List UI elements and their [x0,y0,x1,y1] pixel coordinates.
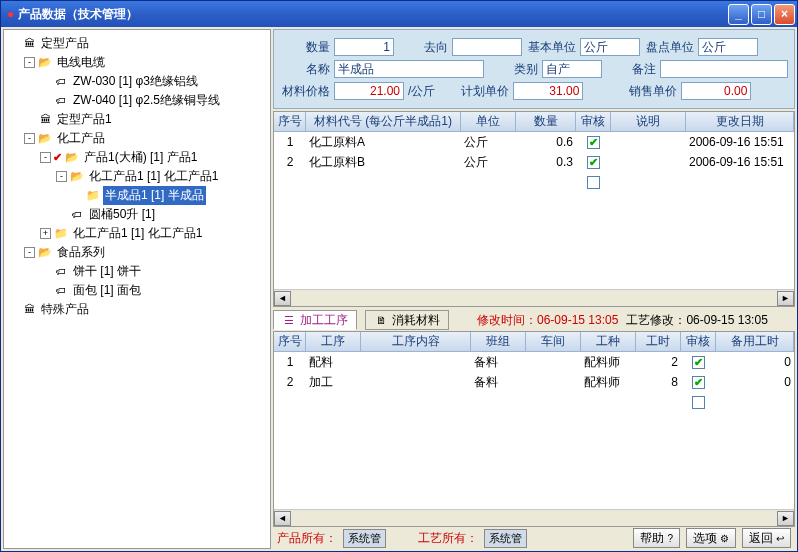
back-button[interactable]: 返回↩ [742,528,791,548]
materials-grid[interactable]: 序号 材料代号 (每公斤半成品1) 单位 数量 审核 说明 更改日期 1化工原料… [273,111,795,307]
col-seq2[interactable]: 序号 [274,332,306,351]
minimize-button[interactable]: _ [728,4,749,25]
checkbox[interactable]: ✔ [587,156,600,169]
close-button[interactable]: × [774,4,795,25]
tree-zw040[interactable]: ZW-040 [1] φ2.5绝缘铜导线 [71,91,222,110]
name-input[interactable]: 半成品 [334,60,484,78]
collapse-icon[interactable]: - [56,171,67,182]
tree-semi1-selected[interactable]: 半成品1 [1] 半成品 [103,186,206,205]
leaf-icon [69,208,85,222]
col-audit[interactable]: 审核 [576,112,611,131]
name-label: 名称 [280,61,330,78]
col-date[interactable]: 更改日期 [686,112,794,131]
tree-food[interactable]: 食品系列 [55,243,107,262]
building-icon [21,303,37,317]
tree-bread[interactable]: 面包 [1] 面包 [71,281,143,300]
table-row[interactable]: 1化工原料A公斤0.6✔2006-09-16 15:51 [274,132,794,152]
table-row[interactable]: 2加工备料配料师8✔0 [274,372,794,392]
help-button[interactable]: 帮助? [633,528,680,548]
scroll-right-icon[interactable]: ► [777,291,794,306]
col-seq[interactable]: 序号 [274,112,306,131]
hscrollbar[interactable]: ◄ ► [274,509,794,526]
table-row[interactable]: 2化工原料B公斤0.3✔2006-09-16 15:51 [274,152,794,172]
tree-chem[interactable]: 化工产品 [55,129,107,148]
tree-fixed1[interactable]: 定型产品1 [55,110,114,129]
tree-root-special[interactable]: 特殊产品 [39,300,91,319]
table-row-empty[interactable] [274,392,794,412]
col-content[interactable]: 工序内容 [361,332,471,351]
leaf-icon [53,75,69,89]
folder-icon [85,189,101,203]
col-team[interactable]: 班组 [471,332,526,351]
table-row-empty[interactable] [274,172,794,192]
col-spare[interactable]: 备用工时 [716,332,794,351]
baseunit-label: 基本单位 [526,39,576,56]
cat-label: 类别 [488,61,538,78]
tree-zw030[interactable]: ZW-030 [1] φ3绝缘铝线 [71,72,200,91]
product-tree[interactable]: 定型产品 -电线电缆 ZW-030 [1] φ3绝缘铝线 ZW-040 [1] … [3,29,271,549]
dir-input[interactable] [452,38,522,56]
planprice-label: 计划单价 [459,83,509,100]
tab-process[interactable]: ☰加工工序 [273,310,357,330]
scroll-right-icon[interactable]: ► [777,511,794,526]
collapse-icon[interactable]: - [24,133,35,144]
planprice-value: 31.00 [513,82,583,100]
app-icon: ● [7,7,14,21]
collapse-icon[interactable]: - [24,247,35,258]
col-qty[interactable]: 数量 [516,112,576,131]
list-icon: ☰ [282,313,296,327]
process-grid[interactable]: 序号 工序 工序内容 班组 车间 工种 工时 审核 备用工时 1配料备料配料师2… [273,331,795,527]
tree-biscuit[interactable]: 饼干 [1] 饼干 [71,262,143,281]
tree-root-fixed[interactable]: 定型产品 [39,34,91,53]
qty-input[interactable]: 1 [334,38,394,56]
help-icon: ? [667,533,673,544]
collapse-icon[interactable]: - [24,57,35,68]
checkbox[interactable] [587,176,600,189]
table-row[interactable]: 1配料备料配料师2✔0 [274,352,794,372]
tab-materials[interactable]: 🗎消耗材料 [365,310,449,330]
folder-open-icon [37,56,53,70]
checkbox[interactable]: ✔ [692,356,705,369]
building-icon [21,37,37,51]
col-unit[interactable]: 单位 [461,112,516,131]
checkbox[interactable] [692,396,705,409]
col-code[interactable]: 材料代号 (每公斤半成品1) [306,112,461,131]
col-shop[interactable]: 车间 [526,332,581,351]
leaf-icon [53,94,69,108]
tree-chem1b[interactable]: 化工产品1 [1] 化工产品1 [71,224,204,243]
scroll-left-icon[interactable]: ◄ [274,291,291,306]
back-icon: ↩ [776,533,784,544]
invunit-input[interactable]: 公斤 [698,38,758,56]
titlebar: ● 产品数据（技术管理） _ □ × [1,1,797,27]
window-title: 产品数据（技术管理） [18,6,728,23]
rev-time: 工艺修改：06-09-15 13:05 [626,312,767,329]
checkbox[interactable]: ✔ [692,376,705,389]
tree-cable[interactable]: 电线电缆 [55,53,107,72]
options-button[interactable]: 选项⚙ [686,528,736,548]
hscrollbar[interactable]: ◄ ► [274,289,794,306]
folder-icon [53,227,69,241]
baseunit-input[interactable]: 公斤 [580,38,640,56]
invunit-label: 盘点单位 [644,39,694,56]
note-input[interactable] [660,60,788,78]
expand-icon[interactable]: + [40,228,51,239]
tree-chem1[interactable]: 化工产品1 [1] 化工产品1 [87,167,220,186]
prod-owner-chip[interactable]: 系统管 [343,529,386,548]
maximize-button[interactable]: □ [751,4,772,25]
proc-owner-label: 工艺所有： [418,530,478,547]
qty-label: 数量 [280,39,330,56]
tree-barrel[interactable]: 圆桶50升 [1] [87,205,157,224]
collapse-icon[interactable]: - [40,152,51,163]
tree-prod1[interactable]: 产品1(大桶) [1] 产品1 [82,148,199,167]
col-type[interactable]: 工种 [581,332,636,351]
leaf-icon [53,265,69,279]
checkbox[interactable]: ✔ [587,136,600,149]
col-audit2[interactable]: 审核 [681,332,716,351]
col-note[interactable]: 说明 [611,112,686,131]
proc-owner-chip[interactable]: 系统管 [484,529,527,548]
cat-input[interactable]: 自产 [542,60,602,78]
scroll-left-icon[interactable]: ◄ [274,511,291,526]
col-op[interactable]: 工序 [306,332,361,351]
folder-open-icon [64,151,80,165]
col-hr[interactable]: 工时 [636,332,681,351]
